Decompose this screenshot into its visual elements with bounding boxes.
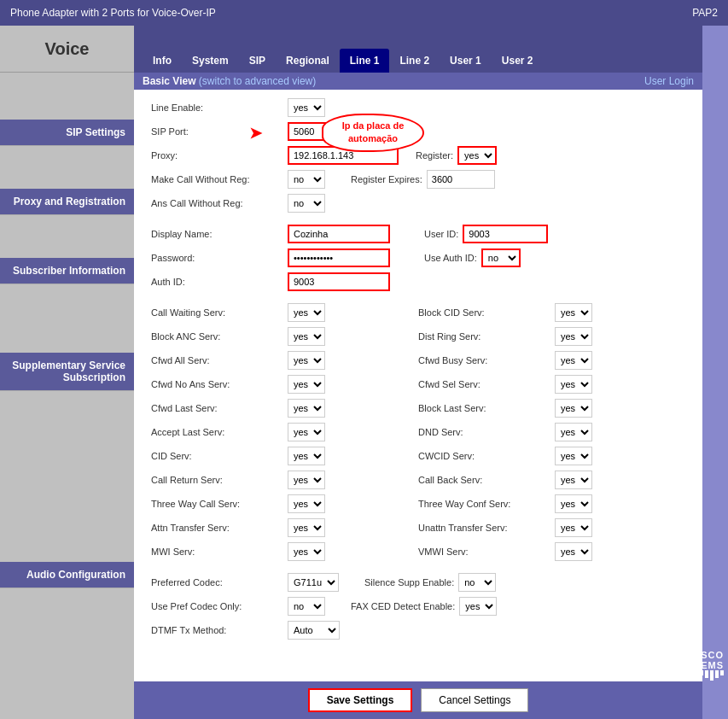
service-select[interactable]: yesno [288, 399, 325, 418]
register-expires-input[interactable] [427, 170, 495, 189]
form-area: Line Enable: yes no SIP Port: Ip da plac… [134, 90, 702, 681]
service-select[interactable]: yesno [288, 494, 325, 513]
service-select[interactable]: yesno [288, 303, 325, 322]
service-right-select[interactable]: yesno [555, 327, 592, 346]
service-label: Cfwd All Serv: [151, 355, 288, 365]
service-right-select[interactable]: yesno [555, 423, 592, 441]
register-select[interactable]: yes no [457, 146, 497, 165]
service-label: Attn Transfer Serv: [151, 523, 288, 533]
display-name-user-id-row: Display Name: User ID: [151, 225, 685, 243]
service-right-label: CWCID Serv: [418, 451, 555, 461]
tab-system[interactable]: System [182, 49, 239, 73]
service-select[interactable]: yesno [288, 518, 325, 537]
service-right-select[interactable]: yesno [555, 518, 592, 537]
register-expires-label: Register Expires: [351, 174, 422, 184]
make-call-label: Make Call Without Reg: [151, 174, 288, 184]
sidebar-voice-label: Voice [0, 26, 134, 73]
service-select[interactable]: yesno [288, 471, 325, 489]
service-right-label: Block CID Serv: [418, 307, 555, 318]
service-select[interactable]: yesno [288, 351, 325, 370]
service-right-select[interactable]: yesno [555, 494, 592, 513]
service-right-select[interactable]: yesno [555, 542, 592, 561]
service-select[interactable]: yesno [288, 423, 325, 441]
view-label: Basic View [143, 75, 195, 87]
service-label: Call Waiting Serv: [151, 307, 288, 318]
password-input[interactable] [288, 248, 390, 267]
sidebar-item-proxy-registration[interactable]: Proxy and Registration [0, 189, 134, 215]
service-right-select[interactable]: yesno [555, 303, 592, 322]
service-row: Accept Last Serv: yesno DND Serv: yesno [151, 423, 685, 441]
service-right-label: Unattn Transfer Serv: [418, 523, 555, 533]
top-bar-model: PAP2 [692, 7, 718, 19]
service-row: Cfwd Last Serv: yesno Block Last Serv: y… [151, 399, 685, 418]
auth-id-input[interactable] [288, 272, 390, 291]
display-name-input[interactable] [288, 225, 390, 243]
tab-user1[interactable]: User 1 [440, 49, 492, 73]
user-id-input[interactable] [463, 225, 548, 243]
password-label: Password: [151, 253, 288, 263]
make-call-select[interactable]: no yes [288, 170, 325, 189]
service-right-label: DND Serv: [418, 427, 555, 437]
service-select[interactable]: yesno [288, 447, 325, 465]
advanced-view-link[interactable]: (switch to advanced view) [199, 75, 316, 87]
service-select[interactable]: yesno [288, 542, 325, 561]
sidebar-item-subscriber-info[interactable]: Subscriber Information [0, 258, 134, 284]
display-name-label: Display Name: [151, 229, 288, 239]
use-auth-id-select[interactable]: no yes [481, 248, 521, 267]
fax-ced-select[interactable]: yes no [459, 597, 497, 616]
service-row: Call Waiting Serv: yesno Block CID Serv:… [151, 303, 685, 322]
service-row: Block ANC Serv: yesno Dist Ring Serv: ye… [151, 327, 685, 346]
use-pref-codec-select[interactable]: no yes [288, 597, 325, 616]
line-enable-label: Line Enable: [151, 102, 288, 113]
service-row: Cfwd All Serv: yesno Cfwd Busy Serv: yes… [151, 351, 685, 370]
service-label: Cfwd Last Serv: [151, 403, 288, 413]
service-right-select[interactable]: yesno [555, 471, 592, 489]
service-label: Block ANC Serv: [151, 331, 288, 342]
service-right-select[interactable]: yesno [555, 351, 592, 370]
service-row: Three Way Call Serv: yesno Three Way Con… [151, 494, 685, 513]
silence-supp-select[interactable]: no yes [458, 573, 496, 592]
ans-call-select[interactable]: no yes [288, 194, 325, 213]
tab-sip[interactable]: SIP [239, 49, 276, 73]
service-right-select[interactable]: yesno [555, 399, 592, 418]
arrow-icon: ➤ [249, 124, 262, 143]
proxy-register-row: Proxy: Register: yes no [151, 146, 685, 165]
preferred-codec-row: Preferred Codec: G711u G711a G729a Silen… [151, 573, 685, 592]
ans-call-row: Ans Call Without Reg: no yes [151, 194, 685, 213]
service-right-select[interactable]: yesno [555, 447, 592, 465]
make-call-row: Make Call Without Reg: no yes Register E… [151, 170, 685, 189]
preferred-codec-select[interactable]: G711u G711a G729a [288, 573, 339, 592]
user-login-link[interactable]: User Login [644, 75, 694, 87]
service-right-label: Dist Ring Serv: [418, 331, 555, 342]
dtmf-tx-row: DTMF Tx Method: Auto AVT INFO InBand [151, 621, 685, 640]
tab-line1[interactable]: Line 1 [340, 49, 390, 73]
use-auth-id-label: Use Auth ID: [424, 253, 477, 263]
sidebar: Voice SIP Settings Proxy and Registratio… [0, 26, 134, 719]
sip-port-label: SIP Port: [151, 126, 288, 137]
service-right-label: Three Way Conf Serv: [418, 499, 555, 509]
service-right-label: Cfwd Sel Serv: [418, 379, 555, 389]
service-label: Cfwd No Ans Serv: [151, 379, 288, 389]
cancel-settings-button[interactable]: Cancel Settings [421, 688, 528, 712]
sidebar-item-supplementary-service[interactable]: Supplementary Service Subscription [0, 353, 134, 391]
tab-info[interactable]: Info [143, 49, 182, 73]
sidebar-item-audio-config[interactable]: Audio Configuration [0, 562, 134, 588]
tab-line2[interactable]: Line 2 [389, 49, 440, 73]
register-label: Register: [416, 150, 453, 161]
service-select[interactable]: yesno [288, 327, 325, 346]
tab-user2[interactable]: User 2 [492, 49, 544, 73]
service-row: Call Return Serv: yesno Call Back Serv: … [151, 471, 685, 489]
view-bar: Basic View (switch to advanced view) Use… [134, 73, 702, 90]
service-label: CID Serv: [151, 451, 288, 461]
dtmf-tx-select[interactable]: Auto AVT INFO InBand [288, 621, 340, 640]
service-right-select[interactable]: yesno [555, 375, 592, 394]
bottom-buttons: Save Settings Cancel Settings [134, 681, 702, 719]
use-pref-codec-label: Use Pref Codec Only: [151, 601, 288, 611]
service-select[interactable]: yesno [288, 375, 325, 394]
auth-id-row: Auth ID: [151, 272, 685, 291]
user-id-label: User ID: [424, 229, 458, 239]
tab-regional[interactable]: Regional [276, 49, 340, 73]
save-settings-button[interactable]: Save Settings [308, 688, 413, 712]
line-enable-select[interactable]: yes no [288, 98, 325, 117]
sidebar-item-sip-settings[interactable]: SIP Settings [0, 120, 134, 146]
